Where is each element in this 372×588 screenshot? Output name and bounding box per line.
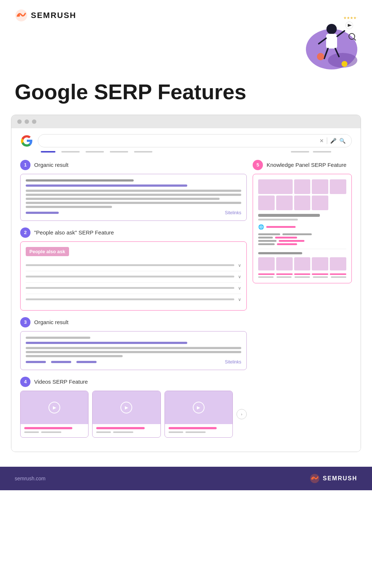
sk-line <box>26 337 90 339</box>
sk-line <box>26 198 220 200</box>
kp-url-bar <box>266 226 296 228</box>
section-1-label: 1 Organic result <box>20 160 247 170</box>
sk-line <box>26 202 241 204</box>
videos-next-button[interactable]: › <box>236 409 247 419</box>
organic-result-1: Sitelinks <box>20 174 247 221</box>
search-input[interactable]: ✕ 🎤 🔍 <box>38 134 352 147</box>
chevron-icon-2[interactable]: ∨ <box>238 274 241 279</box>
video-title-3 <box>169 427 217 429</box>
kp-subtitle <box>258 219 298 220</box>
knowledge-panel: 🌐 <box>253 174 352 283</box>
play-icon-3: ▶ <box>197 405 200 410</box>
sk-line <box>258 233 280 235</box>
sk-line <box>26 355 123 357</box>
kp-info-row-3 <box>258 240 346 242</box>
kp-thumb-label-4 <box>312 273 328 275</box>
sk-sitelink <box>51 361 71 363</box>
svg-point-15 <box>317 53 324 60</box>
kp-bottom-labels <box>258 276 346 278</box>
kp-thumb-1 <box>258 257 275 270</box>
video-card-3: ▶ <box>165 391 233 438</box>
sk-line-pink <box>275 237 297 239</box>
nav-tab-active <box>41 151 55 153</box>
kp-thumbnails-grid <box>258 257 346 270</box>
paa-question-line <box>26 298 234 300</box>
paa-question-line <box>26 264 234 266</box>
kp-thumb-label-1 <box>258 273 275 275</box>
sk-line <box>258 243 275 245</box>
semrush-logo-icon <box>15 9 28 22</box>
kp-image-4 <box>330 179 346 194</box>
kp-website-row: 🌐 <box>258 224 346 230</box>
sitelinks-row-3: Sitelinks <box>26 359 241 365</box>
kp-bottom-label-3 <box>295 276 310 278</box>
play-button-3[interactable]: ▶ <box>193 402 205 413</box>
svg-point-4 <box>326 24 337 34</box>
paa-header-label: People also ask <box>26 247 69 256</box>
browser-content: ✕ 🎤 🔍 1 <box>11 128 361 452</box>
svg-point-18 <box>312 477 314 480</box>
nav-tabs <box>11 147 361 153</box>
kp-main-image <box>258 179 293 194</box>
footer-logo-icon <box>310 473 320 484</box>
section-5-number: 5 <box>253 160 263 170</box>
logo: SEMRUSH <box>15 9 76 22</box>
kp-image-2 <box>294 179 311 194</box>
section-2-number: 2 <box>20 227 30 238</box>
clear-icon: ✕ <box>319 138 324 144</box>
kp-text-lines <box>258 233 346 245</box>
nav-tab-right-2 <box>313 151 331 153</box>
kp-divider <box>258 249 346 249</box>
video-title-2 <box>96 427 144 429</box>
svg-text:★★★★★: ★★★★★ <box>343 16 357 20</box>
paa-box: People also ask ∨ ∨ ∨ ∨ <box>20 241 247 311</box>
chevron-icon-1[interactable]: ∨ <box>238 263 241 268</box>
svg-point-1 <box>17 14 20 17</box>
search-icons: ✕ 🎤 🔍 <box>319 137 346 144</box>
kp-bottom-title <box>258 252 302 254</box>
sk-line <box>26 194 241 196</box>
sk-line <box>258 237 273 239</box>
globe-icon: 🌐 <box>258 224 264 230</box>
page-header: SEMRUSH ★★★★★ <box>0 0 372 77</box>
kp-thumb-labels <box>258 273 346 275</box>
footer-url: semrush.com <box>15 476 46 481</box>
sk-line <box>169 431 183 433</box>
nav-tab-1 <box>61 151 80 153</box>
play-button-1[interactable]: ▶ <box>48 402 60 413</box>
sk-line-pink <box>277 243 297 245</box>
nav-tab-2 <box>86 151 104 153</box>
video-info-2 <box>93 424 160 437</box>
kp-image-6 <box>276 196 293 210</box>
section-4-name: Videos SERP Feature <box>34 379 88 385</box>
paa-row-4: ∨ <box>26 294 241 305</box>
search-separator <box>327 137 327 144</box>
sk-line <box>24 431 39 433</box>
section-4-label: 4 Videos SERP Feature <box>20 377 247 387</box>
chevron-icon-4[interactable]: ∨ <box>238 297 241 302</box>
chevron-icon-3[interactable]: ∨ <box>238 286 241 291</box>
section-1-number: 1 <box>20 160 30 170</box>
kp-image-8 <box>312 196 328 210</box>
paa-row-2: ∨ <box>26 271 241 283</box>
kp-bottom-label-4 <box>313 276 328 278</box>
kp-bottom-label-5 <box>331 276 346 278</box>
google-logo <box>20 134 33 147</box>
section-5-name: Knowledge Panel SERP Feature <box>267 162 346 168</box>
play-button-2[interactable]: ▶ <box>120 402 132 413</box>
section-1-name: Organic result <box>34 162 68 168</box>
play-icon-2: ▶ <box>125 405 128 410</box>
kp-thumb-label-5 <box>330 273 346 275</box>
kp-thumb-label-3 <box>294 273 311 275</box>
kp-info-row-4 <box>258 243 346 245</box>
mic-icon: 🎤 <box>330 138 336 144</box>
kp-thumb-label-2 <box>276 273 293 275</box>
paa-question-line <box>26 287 234 289</box>
browser-window: ✕ 🎤 🔍 1 <box>11 115 361 452</box>
paa-row-3: ∨ <box>26 283 241 294</box>
browser-dot-3 <box>32 119 36 124</box>
sk-line-pink <box>279 240 304 242</box>
video-thumb-1: ▶ <box>21 391 88 424</box>
kp-thumb-5 <box>330 257 346 270</box>
section-2-name: "People also ask" SERP Feature <box>34 229 114 236</box>
